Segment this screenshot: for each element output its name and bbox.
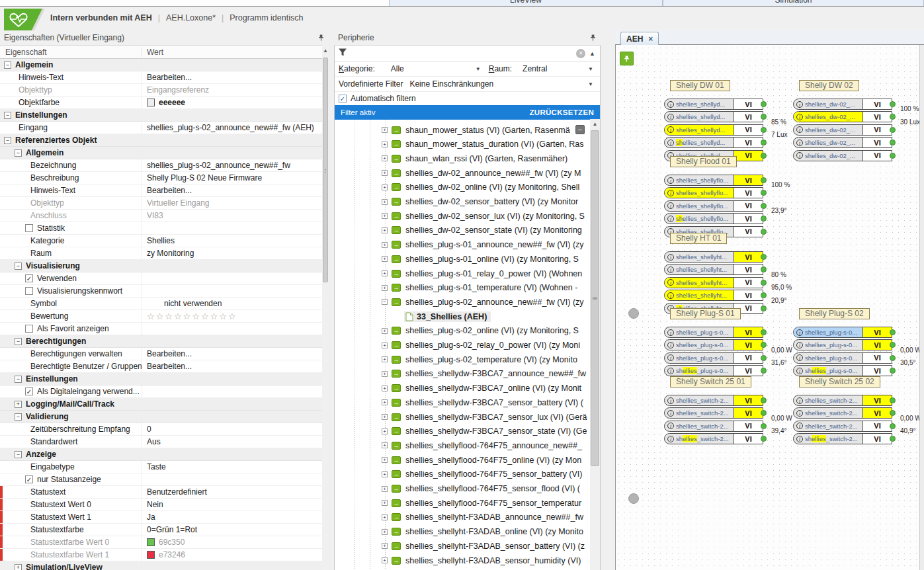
tree-item[interactable]: +→shellies_shellyht-F3ADAB_sensor_humidi…: [335, 553, 590, 567]
output-connector-dot[interactable]: [761, 216, 767, 222]
output-connector-dot[interactable]: [890, 329, 896, 335]
output-connector-dot[interactable]: [761, 342, 767, 348]
property-row[interactable]: Hinweis-TextBearbeiten...: [0, 71, 322, 84]
property-checkbox[interactable]: ✓: [25, 475, 33, 483]
property-row[interactable]: Symbolnicht verwenden: [0, 298, 322, 310]
property-row[interactable]: Als Favorit anzeigen: [0, 323, 322, 335]
property-value-cell[interactable]: Bearbeiten...: [142, 360, 322, 372]
output-connector-dot[interactable]: [761, 410, 767, 416]
property-value-cell[interactable]: [142, 373, 322, 385]
kategorie-select[interactable]: Alle▼: [391, 64, 483, 73]
property-value-cell[interactable]: [142, 561, 322, 570]
property-value-cell[interactable]: [142, 147, 322, 159]
expand-node-icon[interactable]: +: [382, 386, 388, 391]
block-title[interactable]: Shelly Switch 25 02: [799, 376, 880, 387]
property-row[interactable]: ✓nur Statusanzeige: [0, 473, 322, 486]
tree-item[interactable]: +→shellies_shellydw-F3BCA7_sensor_batter…: [335, 395, 590, 409]
collapse-filter-icon[interactable]: ▲: [589, 50, 595, 57]
tree-item[interactable]: +→shellies_dw-02_sensor_lux (VI) (zy Mon…: [335, 209, 590, 223]
tree-item[interactable]: +→shellies_dw-02_announce_new##_fw (VI) …: [335, 166, 590, 180]
tree-child-item[interactable]: 33_Shellies (AEH): [335, 309, 590, 323]
output-connector-dot[interactable]: [890, 368, 896, 374]
output-connector-dot[interactable]: [761, 397, 767, 403]
health-logo[interactable]: [4, 9, 42, 30]
block-input-row[interactable]: ishellies_plug-s-0...VI: [664, 365, 763, 376]
block-title[interactable]: Shelly DW 01: [670, 80, 730, 91]
block-input-row[interactable]: ishellies_dw-02_...VI: [793, 99, 892, 110]
expand-node-icon[interactable]: +: [382, 343, 388, 348]
block-input-row[interactable]: ishellies_switch-2...VI: [664, 407, 763, 419]
tree-item[interactable]: +→shellies_dw-02_sensor_state (VI) (zy M…: [335, 224, 590, 237]
output-connector-dot[interactable]: [890, 114, 896, 120]
expand-node-icon[interactable]: +: [382, 227, 388, 233]
property-value-cell[interactable]: [142, 109, 322, 121]
output-connector-dot[interactable]: [890, 355, 896, 361]
expand-node-icon[interactable]: +: [382, 285, 388, 291]
property-value-cell[interactable]: [142, 285, 322, 297]
scroll-up-icon[interactable]: ▲: [590, 119, 600, 130]
expand-node-icon[interactable]: +: [382, 414, 388, 420]
expand-node-icon[interactable]: +: [382, 142, 388, 147]
block-input-row[interactable]: ishellies_dw-02_...VI: [793, 150, 892, 161]
output-connector-dot[interactable]: [890, 342, 896, 348]
expand-node-icon[interactable]: +: [382, 213, 388, 219]
canvas-node-marker[interactable]: [628, 493, 639, 504]
property-value-cell[interactable]: Benutzerdefiniert: [142, 486, 322, 498]
tree-item[interactable]: +→shellies_dw-02_online (VI) (zy Monitor…: [335, 181, 590, 194]
block-title[interactable]: Shelly DW 02: [799, 80, 859, 91]
raum-select[interactable]: Zentral▼: [523, 64, 596, 73]
expand-node-icon[interactable]: +: [382, 543, 388, 549]
tree-item[interactable]: +→shellies_plug-s-02_online (VI) (zy Mon…: [335, 324, 590, 338]
property-row[interactable]: StatustextBenutzerdefiniert: [0, 486, 322, 499]
block-input-row[interactable]: ishellies_switch-2...VI: [664, 433, 763, 444]
property-row[interactable]: Statustextfarbe0=Grün 1=Rot: [0, 524, 322, 536]
property-row[interactable]: Zeitüberschreitung Empfang0: [0, 423, 322, 436]
property-value-cell[interactable]: ☆☆☆☆☆☆☆☆☆☆: [142, 310, 322, 322]
block-input-row[interactable]: ishellies_switch-2...VI: [664, 421, 763, 432]
tree-item[interactable]: +→shellies_plug-s-01_relay_0_power (VI) …: [335, 266, 590, 280]
output-connector-dot[interactable]: [761, 114, 767, 120]
predef-select[interactable]: Keine Einschränkungen▼: [409, 79, 596, 89]
reset-filter-button[interactable]: ZURÜCKSETZEN: [529, 108, 594, 116]
tree-item[interactable]: +→shellies_plug-s-01_online (VI) (zy Mon…: [335, 252, 590, 266]
tree-item[interactable]: +→shellies_shellyflood-764F75_online (VI…: [335, 453, 590, 467]
pin-icon[interactable]: [589, 34, 597, 42]
property-group-row[interactable]: −Einstellungen: [0, 373, 322, 386]
tree-item[interactable]: +→shellies_shellyflood-764F75_sensor_bat…: [335, 468, 590, 481]
output-connector-dot[interactable]: [761, 280, 767, 286]
block-input-row[interactable]: ishellies_plug-s-0...VI: [793, 352, 892, 364]
output-connector-dot[interactable]: [890, 101, 896, 107]
color-swatch[interactable]: [147, 99, 155, 106]
expand-node-icon[interactable]: +: [382, 127, 388, 133]
property-value-cell[interactable]: [142, 59, 322, 71]
collapse-group-icon[interactable]: −: [15, 263, 22, 270]
tab-aeh[interactable]: AEH ×: [620, 32, 659, 45]
block-input-row[interactable]: ishellies_switch-2...VI: [793, 395, 892, 406]
output-connector-dot[interactable]: [761, 266, 767, 272]
property-checkbox[interactable]: ✓: [25, 387, 33, 395]
program-canvas[interactable]: Shelly DW 01ishellies_shellyd...VIishell…: [615, 45, 919, 570]
block-input-row[interactable]: ishellies_shellyd...VI: [664, 111, 763, 122]
block-input-row[interactable]: ishellies_switch-2...VI: [793, 407, 892, 419]
clear-search-icon[interactable]: ×: [576, 49, 585, 58]
property-row[interactable]: ✓Verwenden: [0, 272, 322, 285]
rating-stars[interactable]: ☆☆☆☆☆☆☆☆☆☆: [147, 311, 237, 321]
tree-item[interactable]: +→shellies_shellyht-F3ADAB_announce_new#…: [335, 510, 590, 524]
collapse-group-icon[interactable]: −: [15, 338, 22, 345]
column-wert[interactable]: Wert: [142, 48, 322, 57]
expand-node-icon[interactable]: +: [382, 256, 388, 262]
block-input-row[interactable]: ishellies_shellyflo...VI: [664, 175, 763, 186]
property-row[interactable]: Statustextfarbe Wert 069c350: [0, 536, 322, 549]
property-row[interactable]: ObjekttypEingangsreferenz: [0, 84, 322, 97]
canvas-node-marker[interactable]: [628, 308, 639, 319]
output-connector-dot[interactable]: [761, 153, 767, 159]
property-row[interactable]: Berechtigungen verwaltenBearbeiten...: [0, 348, 322, 360]
property-group-row[interactable]: +Simulation/LiveView: [0, 561, 322, 570]
property-value-cell[interactable]: Bearbeiten...: [142, 184, 322, 196]
block-title[interactable]: Shelly HT 01: [670, 233, 727, 244]
property-value-cell[interactable]: Virtueller Eingang: [142, 197, 322, 209]
tree-item[interactable]: +→shellies_shellyflood-764F75_sensor_tem…: [335, 496, 590, 510]
block-input-row[interactable]: ishellies_shellyflo...VI: [664, 187, 763, 198]
scrollbar-thumb[interactable]: [323, 58, 328, 282]
block-input-row[interactable]: ishellies_plug-s-0...VI: [664, 352, 763, 364]
